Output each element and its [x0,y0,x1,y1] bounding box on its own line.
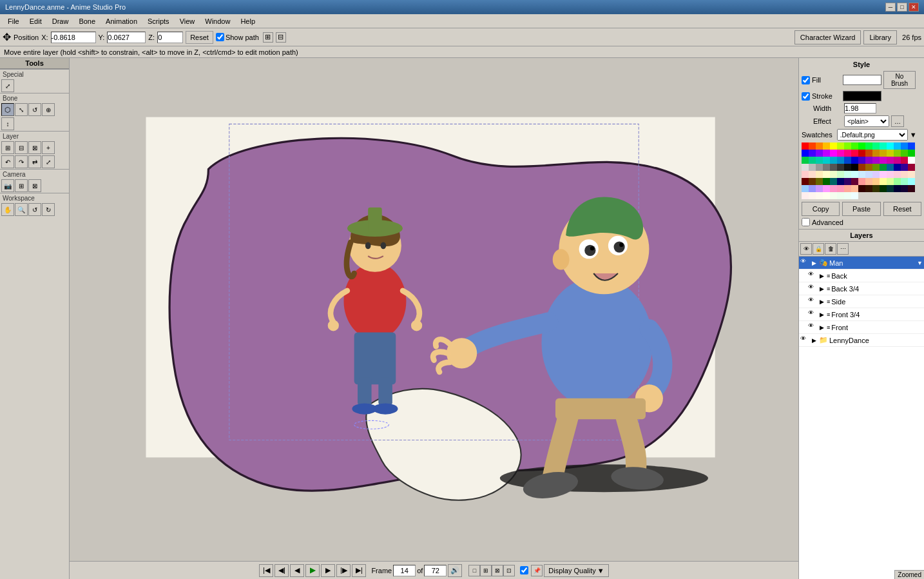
layer-item-man[interactable]: 👁 ▶ 🎭 Man ▼ [799,257,924,270]
swatch-42[interactable] [872,157,880,164]
workspace-tool-1[interactable]: ✋ [1,203,14,216]
swatch-52[interactable] [830,164,837,171]
swatch-84[interactable] [830,178,837,185]
swatch-34[interactable] [816,157,823,164]
layer-item-back[interactable]: 👁 ▶ ≡ Back [799,270,924,282]
swatches-arrow[interactable]: ▼ [910,131,917,139]
swatch-106[interactable] [872,185,880,192]
library-button[interactable]: Library [863,30,897,44]
layer-vis-man[interactable]: 👁 [800,258,811,268]
character-wizard-button[interactable]: Character Wizard [794,30,861,44]
swatch-43[interactable] [880,157,887,164]
swatch-87[interactable] [851,178,858,185]
layer-expand-side[interactable]: ▶ [820,299,824,305]
swatch-50[interactable] [816,164,823,171]
swatch-102[interactable] [844,185,851,192]
swatch-69[interactable] [837,171,844,178]
swatch-16[interactable] [802,150,809,157]
swatch-94[interactable] [901,178,908,185]
layer-vis-front34[interactable]: 👁 [808,309,818,320]
layer-more-btn[interactable]: ⋯ [837,243,849,255]
swatch-96[interactable] [802,185,809,192]
layer-item-back34[interactable]: 👁 ▶ ≡ Back 3/4 [799,282,924,295]
swatch-88[interactable] [858,178,865,185]
swatch-76[interactable] [887,171,894,178]
layer-vis-side[interactable]: 👁 [808,297,818,307]
swatch-23[interactable] [851,150,858,157]
swatch-53[interactable] [837,164,844,171]
swatch-79[interactable] [908,171,915,178]
layer-tool-2[interactable]: ⊟ [15,141,28,154]
bone-tool-2[interactable]: ⤡ [15,103,28,116]
swatch-18[interactable] [816,150,823,157]
menu-bone[interactable]: Bone [73,16,101,26]
swatch-74[interactable] [872,171,880,178]
swatch-26[interactable] [872,150,880,157]
swatch-81[interactable] [809,178,816,185]
swatch-83[interactable] [823,178,830,185]
swatch-59[interactable] [880,164,887,171]
show-path-checkbox[interactable] [216,33,224,41]
swatch-46[interactable] [901,157,908,164]
swatch-40[interactable] [858,157,865,164]
menu-scripts[interactable]: Scripts [142,16,175,26]
layer-eye-btn[interactable]: 👁 [800,243,812,255]
effect-settings-button[interactable]: … [891,115,904,127]
goto-end-button[interactable]: ▶| [352,564,366,577]
swatch-67[interactable] [823,171,830,178]
layer-expand-back[interactable]: ▶ [820,273,824,279]
layer-expand-back34[interactable]: ▶ [820,286,824,292]
fill-color-box[interactable] [843,75,881,85]
swatch-29[interactable] [894,150,901,157]
swatch-20[interactable] [830,150,837,157]
width-input[interactable] [844,103,876,113]
special-tool-1[interactable]: ⤢ [1,79,14,92]
layer-tool-8[interactable]: ⤢ [42,155,55,168]
paste-style-button[interactable]: Paste [842,202,880,216]
stroke-color-box[interactable] [843,91,881,101]
layer-expand-lennydance[interactable]: ▶ [812,337,816,344]
close-button[interactable]: ✕ [909,3,919,12]
bone-tool-3[interactable]: ↺ [28,103,41,116]
swatch-15[interactable] [908,142,915,150]
view-pin-btn[interactable]: 📌 [531,565,543,576]
swatch-21[interactable] [837,150,844,157]
swatch-111[interactable] [908,185,915,192]
camera-tool-3[interactable]: ⊠ [28,179,41,192]
menu-edit[interactable]: Edit [24,16,47,26]
layer-item-front[interactable]: 👁 ▶ ≡ Front [799,321,924,334]
menu-view[interactable]: View [175,16,200,26]
swatch-35[interactable] [823,157,830,164]
menu-draw[interactable]: Draw [47,16,74,26]
swatch-39[interactable] [851,157,858,164]
swatch-11[interactable] [880,142,887,150]
swatch-113[interactable] [809,192,816,199]
swatch-24[interactable] [858,150,865,157]
swatch-70[interactable] [844,171,851,178]
swatch-107[interactable] [880,185,887,192]
menu-file[interactable]: File [3,16,24,26]
show-path-check[interactable]: Show path [216,33,259,41]
step-forward-button[interactable]: ▶ [321,564,335,577]
layer-item-lennydance[interactable]: 👁 ▶ 📁 LennyDance [799,334,924,347]
swatch-68[interactable] [830,171,837,178]
bone-tool-4[interactable]: ⊕ [42,103,55,116]
goto-start-button[interactable]: |◀ [259,564,273,577]
swatch-58[interactable] [872,164,880,171]
swatch-64[interactable] [802,171,809,178]
layer-tool-3[interactable]: ⊠ [28,141,41,154]
view-btn-4[interactable]: ⊡ [503,565,515,576]
swatch-6[interactable] [844,142,851,150]
swatch-38[interactable] [844,157,851,164]
swatch-80[interactable] [802,178,809,185]
play-button[interactable]: ▶ [305,564,320,577]
advanced-checkbox[interactable] [802,218,810,226]
swatch-104[interactable] [858,185,865,192]
sound-button[interactable]: 🔊 [448,564,462,577]
swatch-14[interactable] [901,142,908,150]
swatch-98[interactable] [816,185,823,192]
layer-vis-back34[interactable]: 👁 [808,284,818,294]
bone-tool-5[interactable]: ↕ [1,117,14,130]
swatch-56[interactable] [858,164,865,171]
swatch-55[interactable] [851,164,858,171]
